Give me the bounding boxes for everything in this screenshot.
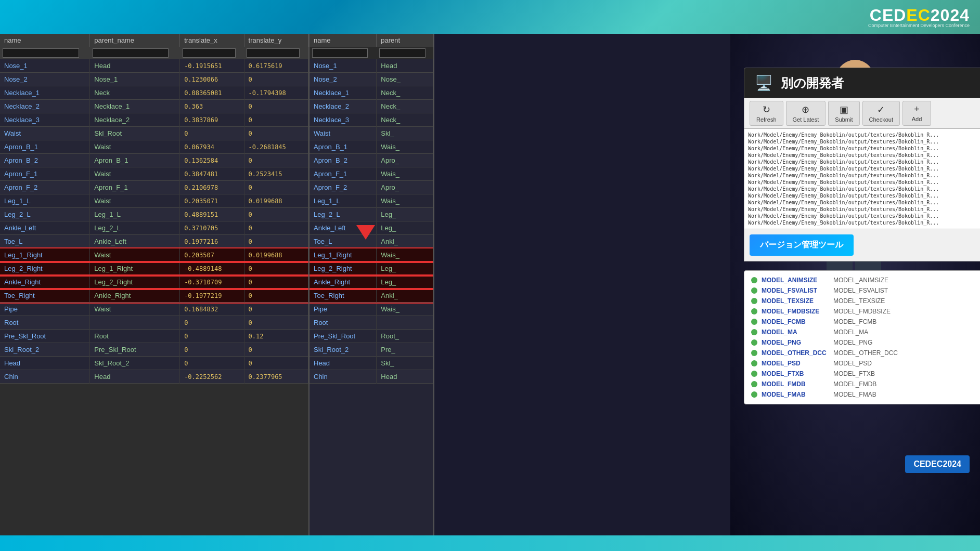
model-val: MODEL_FTXB (833, 370, 875, 377)
model-list-item[interactable]: MODEL_ANIMSIZE MODEL_ANIMSIZE (749, 275, 980, 285)
top-bar: CEDEC2024 Computer Entertainment Develop… (0, 0, 980, 34)
table-row[interactable]: PipeWaist0.16848320 (0, 303, 308, 316)
table-row[interactable]: Apron_B_1Waist0.067934-0.2681845 (0, 140, 308, 154)
submit-button[interactable]: ▣ Submit (828, 101, 859, 126)
table-row[interactable]: Toe_RightAnkl_ (310, 289, 433, 303)
vc-toolbar: ↻ Refresh ⊕ Get Latest ▣ Submit ✓ Checko… (744, 98, 980, 129)
model-val: MODEL_OTHER_DCC (833, 349, 898, 357)
table-row[interactable]: Nose_1Head (310, 59, 433, 73)
table-row[interactable]: Nose_2Nose_ (310, 73, 433, 86)
vc-file-item[interactable]: Work/Model/Enemy/Enemy_Bokoblin/output/t… (747, 165, 980, 172)
vc-file-item[interactable]: Work/Model/Enemy/Enemy_Bokoblin/output/t… (747, 186, 980, 192)
vc-badge: バージョン管理ツール (750, 234, 854, 256)
model-list-item[interactable]: MODEL_MA MODEL_MA (749, 327, 980, 337)
filter-tx[interactable] (183, 48, 236, 58)
checkout-icon: ✓ (877, 104, 885, 115)
table-row[interactable]: Root00 (0, 316, 308, 330)
model-list-item[interactable]: MODEL_OTHER_DCC MODEL_OTHER_DCC (749, 348, 980, 358)
main-content: name parent_name translate_x translate_y… (0, 34, 980, 535)
model-list-item[interactable]: MODEL_TEXSIZE MODEL_TEXSIZE (749, 296, 980, 306)
model-key: MODEL_FMDBSIZE (762, 308, 829, 315)
table-row[interactable]: Apron_B_2Apro_ (310, 154, 433, 167)
model-status-dot (751, 350, 757, 356)
table-row[interactable]: Nose_1Head-0.19156510.6175619 (0, 59, 308, 73)
model-list-item[interactable]: MODEL_PSD MODEL_PSD (749, 358, 980, 369)
vc-file-item[interactable]: Work/Model/Enemy/Enemy_Bokoblin/output/t… (747, 213, 980, 219)
vc-file-item[interactable]: Work/Model/Enemy/Enemy_Bokoblin/output/t… (747, 152, 980, 159)
table-row[interactable]: Leg_1_LWais_ (310, 194, 433, 208)
table-row[interactable]: Necklace_1Neck_ (310, 86, 433, 100)
model-val: MODEL_PNG (833, 339, 872, 346)
table-row[interactable]: HeadSkl_ (310, 357, 433, 370)
model-key: MODEL_PNG (762, 339, 829, 346)
table-row[interactable]: ChinHead (310, 370, 433, 384)
table-row[interactable]: Leg_1_RightWais_ (310, 248, 433, 262)
table-row[interactable]: Apron_F_1Waist0.38474810.2523415 (0, 167, 308, 181)
table-row[interactable]: PipeWais_ (310, 303, 433, 316)
vc-file-item[interactable]: Work/Model/Enemy/Enemy_Bokoblin/output/t… (747, 132, 980, 138)
table-row[interactable]: Apron_F_2Apro_ (310, 181, 433, 194)
red-arrow-indicator (356, 225, 375, 240)
model-list-item[interactable]: MODEL_FTXB MODEL_FTXB (749, 369, 980, 379)
model-key: MODEL_OTHER_DCC (762, 349, 829, 357)
vc-file-item[interactable]: Work/Model/Enemy/Enemy_Bokoblin/output/t… (747, 206, 980, 213)
table-row[interactable]: Pre_Skl_RootRoot00.12 (0, 330, 308, 343)
filter-ty[interactable] (247, 48, 300, 58)
table-row[interactable]: Ankle_RightLeg_2_Right-0.37107090 (0, 276, 308, 289)
model-val: MODEL_ANIMSIZE (833, 277, 888, 284)
filter-name[interactable] (3, 48, 79, 58)
table-row[interactable]: Ankle_LeftLeg_2_L0.37107050 (0, 221, 308, 235)
table-row[interactable]: ChinHead-0.22525620.2377965 (0, 370, 308, 384)
table-row[interactable]: Root (310, 316, 433, 330)
refresh-button[interactable]: ↻ Refresh (750, 101, 783, 126)
table-row[interactable]: Necklace_3Necklace_20.38378690 (0, 113, 308, 127)
table-row[interactable]: Leg_1_RightWaist0.2035070.0199688 (0, 248, 308, 262)
vc-file-item[interactable]: Work/Model/Enemy/Enemy_Bokoblin/output/t… (747, 159, 980, 165)
model-list-item[interactable]: MODEL_FSVALIST MODEL_FSVALIST (749, 285, 980, 296)
vc-file-item[interactable]: Work/Model/Enemy/Enemy_Bokoblin/output/t… (747, 199, 980, 206)
filter-parent[interactable] (93, 48, 169, 58)
table-row[interactable]: WaistSkl_ (310, 127, 433, 140)
model-list-item[interactable]: MODEL_PNG MODEL_PNG (749, 337, 980, 348)
table-row[interactable]: Skl_Root_2Pre_Skl_Root00 (0, 343, 308, 357)
model-list-item[interactable]: MODEL_FCMB MODEL_FCMB (749, 317, 980, 327)
vc-file-item[interactable]: Work/Model/Enemy/Enemy_Bokoblin/output/t… (747, 145, 980, 152)
table-row[interactable]: Apron_F_2Apron_F_10.21069780 (0, 181, 308, 194)
middle-filter-name[interactable] (312, 48, 368, 58)
vc-file-item[interactable]: Work/Model/Enemy/Enemy_Bokoblin/output/t… (747, 179, 980, 186)
table-row[interactable]: Leg_2_LLeg_1_L0.48891510 (0, 208, 308, 221)
table-row[interactable]: Necklace_1Neck0.08365081-0.1794398 (0, 86, 308, 100)
table-row[interactable]: Pre_Skl_RootRoot_ (310, 330, 433, 343)
table-row[interactable]: Leg_2_LLeg_ (310, 208, 433, 221)
table-row[interactable]: HeadSkl_Root_200 (0, 357, 308, 370)
table-row[interactable]: Leg_1_LWaist0.20350710.0199688 (0, 194, 308, 208)
add-button[interactable]: + Add (902, 101, 931, 126)
model-list-item[interactable]: MODEL_FMDBSIZE MODEL_FMDBSIZE (749, 306, 980, 317)
table-row[interactable]: Nose_2Nose_10.12300660 (0, 73, 308, 86)
table-row[interactable]: Leg_2_RightLeg_1_Right-0.48891480 (0, 262, 308, 276)
vc-file-item[interactable]: Work/Model/Enemy/Enemy_Bokoblin/output/t… (747, 138, 980, 145)
model-list-item[interactable]: MODEL_FMDB MODEL_FMDB (749, 379, 980, 389)
table-row[interactable]: Ankle_RightLeg_ (310, 276, 433, 289)
middle-filter-parent[interactable] (379, 48, 425, 58)
cedec-logo: CEDEC2024 (868, 6, 970, 25)
model-val: MODEL_FMAB (833, 391, 876, 398)
table-row[interactable]: Apron_B_2Apron_B_10.13625840 (0, 154, 308, 167)
vc-file-item[interactable]: Work/Model/Enemy/Enemy_Bokoblin/output/t… (747, 192, 980, 199)
table-row[interactable]: Necklace_3Neck_ (310, 113, 433, 127)
checkout-button[interactable]: ✓ Checkout (862, 101, 900, 126)
table-row[interactable]: Apron_B_1Wais_ (310, 140, 433, 154)
model-list-item[interactable]: MODEL_FMAB MODEL_FMAB (749, 389, 980, 400)
get-latest-button[interactable]: ⊕ Get Latest (786, 101, 826, 126)
table-row[interactable]: Skl_Root_2Pre_ (310, 343, 433, 357)
table-row[interactable]: WaistSkl_Root00 (0, 127, 308, 140)
vc-file-item[interactable]: Work/Model/Enemy/Enemy_Bokoblin/output/t… (747, 219, 980, 226)
table-row[interactable]: Necklace_2Neck_ (310, 100, 433, 113)
table-row[interactable]: Toe_LAnkle_Left0.19772160 (0, 235, 308, 248)
table-row[interactable]: Toe_RightAnkle_Right-0.19772190 (0, 289, 308, 303)
table-row[interactable]: Apron_F_1Wais_ (310, 167, 433, 181)
table-row[interactable]: Leg_2_RightLeg_ (310, 262, 433, 276)
middle-table: name parent Nose_1HeadNose_2Nose_Necklac… (310, 34, 433, 384)
table-row[interactable]: Necklace_2Necklace_10.3630 (0, 100, 308, 113)
vc-file-item[interactable]: Work/Model/Enemy/Enemy_Bokoblin/output/t… (747, 172, 980, 179)
